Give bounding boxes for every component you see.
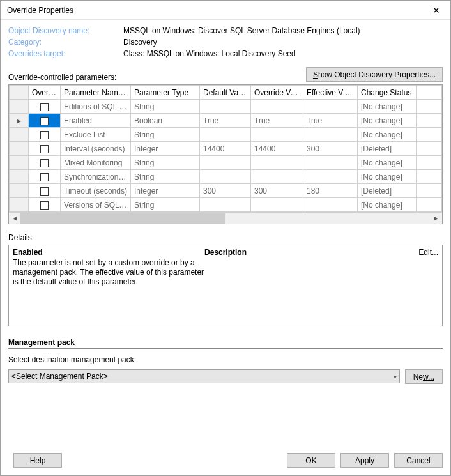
select-mp-label: Select destination management pack: [8,355,443,364]
param-name: Versions of SQL Se... [61,198,131,212]
ok-button[interactable]: OK [287,453,335,468]
table-row[interactable]: Exclude ListString[No change] [10,128,442,142]
horizontal-scrollbar[interactable]: ◄ ► [9,212,442,224]
change-status: [No change] [358,156,417,170]
override-value [251,128,303,142]
override-checkbox-cell[interactable] [29,128,61,142]
row-header[interactable] [10,100,29,114]
param-name: Timeout (seconds) [61,184,131,198]
param-type: String [131,156,200,170]
change-status: [No change] [358,170,417,184]
override-checkbox-cell[interactable] [29,170,61,184]
row-header[interactable] [10,184,29,198]
effective-value [303,100,358,114]
parameters-grid[interactable]: Override Parameter Name Parameter Type D… [8,84,443,224]
row-header[interactable] [10,170,29,184]
checkbox-icon[interactable] [40,173,49,181]
value-overrides-target: Class: MSSQL on Windows: Local Discovery… [123,49,296,58]
management-pack-heading: Management pack [8,338,443,349]
override-parameters-label: OOverride-controlled parameters:verride-… [8,73,306,82]
checkbox-icon[interactable] [40,201,49,210]
default-value: True [200,114,251,128]
table-row[interactable]: Synchronization TimeString[No change] [10,170,442,184]
grid-corner [10,86,29,100]
row-header[interactable] [10,198,29,212]
row-header[interactable] [10,128,29,142]
table-row[interactable]: Versions of SQL Se...String[No change] [10,198,442,212]
show-object-discovery-properties-button[interactable]: Show Object Discovery Properties... [306,67,443,82]
default-value [200,198,251,212]
change-status: [No change] [358,100,417,114]
table-row[interactable]: Editions of SQL Ser...String[No change] [10,100,442,114]
management-pack-select[interactable]: <Select Management Pack> ▾ [8,369,400,383]
label-overrides-target: Overrides target: [8,49,123,58]
default-value: 300 [200,184,251,198]
col-tail [417,86,442,100]
override-checkbox-cell[interactable] [29,198,61,212]
col-default-value[interactable]: Default Value [200,86,251,100]
change-status: [No change] [358,128,417,142]
checkbox-icon[interactable] [40,187,49,196]
override-value: True [251,114,303,128]
table-row[interactable]: Interval (seconds)Integer1440014400300[D… [10,142,442,156]
details-description-label: Description [204,248,438,257]
effective-value: 300 [303,142,358,156]
override-checkbox-cell[interactable] [29,184,61,198]
details-title: Enabled [13,248,204,257]
checkbox-icon[interactable] [40,145,49,153]
help-button[interactable]: HelpHelp [13,453,62,468]
edit-link[interactable]: Edit... [418,248,438,257]
table-row[interactable]: Mixed MonitoringString[No change] [10,156,442,170]
col-parameter-name[interactable]: Parameter Name [61,86,131,100]
col-override[interactable]: Override [29,86,61,100]
param-type: Integer [131,142,200,156]
checkbox-icon[interactable] [40,117,49,125]
col-change-status[interactable]: Change Status [358,86,417,100]
override-value [251,156,303,170]
chevron-down-icon: ▾ [394,373,397,380]
default-value: 14400 [200,142,251,156]
scroll-right-icon[interactable]: ► [431,213,442,224]
override-checkbox-cell[interactable] [29,100,61,114]
cancel-button[interactable]: Cancel [394,453,443,468]
apply-button[interactable]: ApplyApply [340,453,389,468]
table-row[interactable]: Timeout (seconds)Integer300300180[Delete… [10,184,442,198]
scrollbar-thumb[interactable] [20,213,226,224]
override-checkbox-cell[interactable] [29,156,61,170]
col-parameter-type[interactable]: Parameter Type [131,86,200,100]
default-value [200,128,251,142]
override-properties-dialog: Override Properties ✕ Object Discovery n… [0,0,451,476]
override-checkbox-cell[interactable] [29,114,61,128]
col-effective-value[interactable]: Effective Value [303,86,358,100]
scroll-left-icon[interactable]: ◄ [9,213,20,224]
param-type: Integer [131,184,200,198]
param-name: Enabled [61,114,131,128]
override-value [251,198,303,212]
checkbox-icon[interactable] [40,131,49,139]
checkbox-icon[interactable] [40,159,49,167]
param-name: Synchronization Time [61,170,131,184]
col-override-value[interactable]: Override Value [251,86,303,100]
value-object-discovery-name: MSSQL on Windows: Discover SQL Server Da… [123,26,360,35]
row-header[interactable]: ▸ [10,114,29,128]
override-checkbox-cell[interactable] [29,142,61,156]
effective-value [303,170,358,184]
row-header[interactable] [10,142,29,156]
value-category: Discovery [123,38,157,47]
effective-value: 180 [303,184,358,198]
details-label: Details: [8,233,443,242]
default-value [200,156,251,170]
effective-value: True [303,114,358,128]
override-value [251,100,303,114]
new-management-pack-button[interactable]: New... [405,369,443,384]
change-status: [No change] [358,114,417,128]
details-text: The parameter is not set by a custom ove… [13,258,204,287]
change-status: [Deleted] [358,142,417,156]
management-pack-select-value: <Select Management Pack> [11,372,108,381]
label-category: Category: [8,38,123,47]
checkbox-icon[interactable] [40,103,49,111]
close-icon[interactable]: ✕ [422,1,450,19]
param-type: Boolean [131,114,200,128]
row-header[interactable] [10,156,29,170]
table-row[interactable]: ▸EnabledBooleanTrueTrueTrue[No change] [10,114,442,128]
